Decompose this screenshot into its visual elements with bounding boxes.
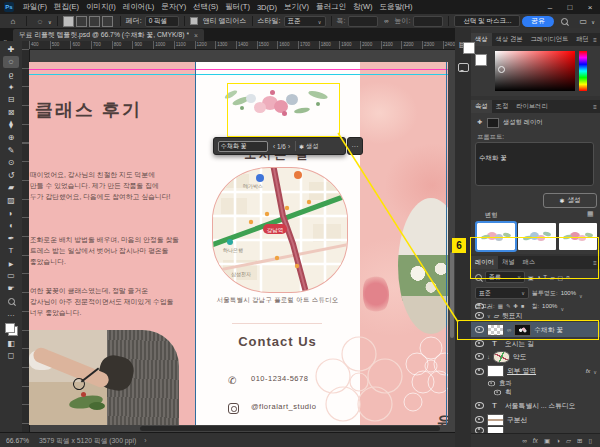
visibility-eye-icon[interactable] [475,326,484,333]
menu-window[interactable]: 창(W) [349,2,376,12]
blur-tool[interactable] [3,207,19,220]
filter-groups-icon[interactable] [550,274,555,281]
filter-adjustment-layers-icon[interactable] [537,274,541,280]
tab-properties[interactable]: 속성 [471,100,492,113]
share-button[interactable]: 공유 [522,16,554,27]
map-layer-thumbnail[interactable] [493,351,510,363]
layer-row-stroke[interactable]: 획 [471,388,600,397]
search-icon[interactable] [561,18,568,25]
fx-badge[interactable]: fx [586,368,591,374]
selection-subtract-icon[interactable] [89,16,100,27]
layer-mask-thumbnail[interactable] [514,324,531,336]
new-group-icon[interactable] [566,437,571,445]
layer-row-directions-text[interactable]: 오시는 길 [471,337,600,350]
horizontal-ruler[interactable]: 4005006007008009001000110012001300140015… [29,41,455,50]
menu-image[interactable]: 이미지(I) [83,2,120,12]
visibility-eye-icon[interactable] [475,340,484,347]
variation-thumbnail-3[interactable] [559,223,597,250]
menu-filter[interactable]: 필터(T) [222,2,254,12]
divider-layer-thumbnail[interactable] [487,414,504,426]
layer-row-address-text[interactable]: 서울특별시 ... 스튜디오 [471,399,600,412]
variation-thumbnail-2[interactable] [518,223,556,250]
prompt-input[interactable]: 수채화 꽃 [218,141,268,152]
layer-style-icon[interactable]: fx [533,437,538,444]
filter-pixel-layers-icon[interactable] [528,274,534,281]
visibility-eye-icon[interactable] [475,416,484,423]
layer-row-effects[interactable]: 효과 [471,379,600,388]
layer-row-map[interactable]: 약도 [471,350,600,363]
maximize-button[interactable]: □ [560,3,580,12]
tab-channels[interactable]: 채널 [498,256,519,269]
next-variation-button[interactable]: › [286,143,292,150]
feather-input[interactable]: 0 픽셀 [145,16,179,27]
menu-edit[interactable]: 편집(E) [51,2,83,12]
opacity-chevron-icon[interactable] [579,284,583,302]
eraser-tool[interactable] [3,182,19,195]
dodge-tool[interactable] [3,219,19,232]
width-input[interactable] [348,16,378,27]
opacity-value[interactable]: 100% [561,290,576,296]
layer-row-divider[interactable]: 구분선 [471,413,600,426]
marquee-tool[interactable] [3,56,19,69]
prompt-textarea[interactable]: 수채화 꽃 [475,142,594,186]
crop-tool[interactable] [3,93,19,106]
frame-tool[interactable] [3,106,19,119]
menu-layer[interactable]: 레이어(L) [119,2,158,12]
menu-select[interactable]: 선택(S) [190,2,222,12]
visibility-eye-icon[interactable] [475,353,484,360]
tab-patterns[interactable]: 패턴 [572,33,593,46]
eyedropper-tool[interactable] [3,119,19,132]
tab-gradients[interactable]: 그레이디언트 [527,33,573,46]
color-swatches[interactable] [4,322,19,337]
link-dimensions-icon[interactable] [378,15,394,28]
fx-chevron-icon[interactable] [593,368,597,375]
select-and-mask-button[interactable]: 선택 및 마스크... [454,15,520,27]
variation-thumbnail-1[interactable] [477,223,515,250]
layer-row-watercolor-flower[interactable]: 수채화 꽃 [471,322,600,337]
selection-new-icon[interactable] [63,16,74,27]
menu-help[interactable]: 도움말(H) [376,2,416,12]
antialias-checkbox[interactable] [190,17,198,25]
tab-adjustments[interactable]: 조정 [492,100,513,113]
filter-toggle-icon[interactable] [566,274,569,280]
pen-tool[interactable] [3,232,19,245]
visibility-eye-icon[interactable] [475,368,484,375]
close-button[interactable]: × [580,3,600,12]
workspace-switcher-icon[interactable] [575,15,591,28]
adjustment-layer-icon[interactable] [556,437,560,444]
menu-file[interactable]: 파일(F) [19,2,51,12]
tab-close-icon[interactable]: × [194,32,198,39]
filter-kind-select[interactable]: 종류 [485,271,525,283]
menu-type[interactable]: 문자(Y) [158,2,190,12]
menu-3d[interactable]: 3D(D) [253,3,280,12]
document-canvas[interactable]: 클래스 후기 때이었어요, 강사님의 친절한 지도 덕분에 만들 수 있었습니다… [29,62,448,425]
type-tool[interactable] [3,245,19,258]
group-chevron-icon[interactable] [487,312,491,319]
tab-paths[interactable]: 패스 [518,256,539,269]
status-popup-chevron-icon[interactable] [144,437,146,444]
workspace-chevron-icon[interactable] [591,18,595,25]
menu-view[interactable]: 보기(V) [280,2,312,12]
generative-layer-thumbnail[interactable] [487,324,504,336]
delete-layer-icon[interactable] [588,437,592,445]
height-input[interactable] [413,16,443,27]
menu-plugins[interactable]: 플러그인 [312,2,349,12]
object-selection-tool[interactable] [3,81,19,94]
active-tool-icon[interactable] [32,15,48,28]
filter-smart-objects-icon[interactable] [558,274,564,281]
canvas-horizontal-scrollbar[interactable] [140,426,440,431]
visibility-eye-icon[interactable] [494,390,501,396]
shape-tool[interactable] [3,270,19,283]
tool-preset-chevron-icon[interactable] [48,18,52,25]
visibility-eye-icon[interactable] [475,402,484,409]
tab-libraries[interactable]: 라이브러리 [512,100,551,113]
tab-swatches[interactable]: 색상 견본 [492,33,527,46]
panel-menu-icon[interactable] [593,103,597,110]
grid-view-icon[interactable] [587,210,594,218]
panel-menu-icon[interactable] [593,259,597,266]
color-field[interactable] [495,51,575,91]
comments-panel-icon[interactable] [458,63,469,72]
gradient-tool[interactable] [3,194,19,207]
selection-intersect-icon[interactable] [102,16,113,27]
filter-search-icon[interactable] [475,274,482,281]
